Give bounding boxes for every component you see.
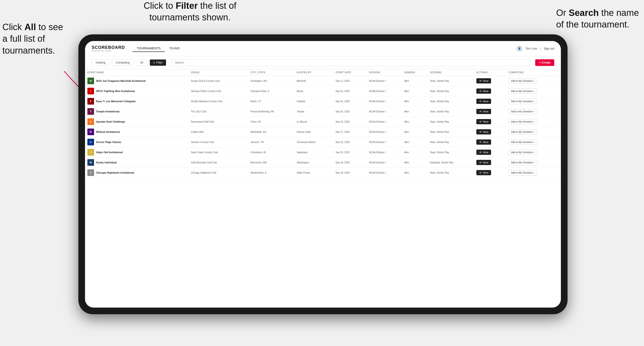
city-cell-5: Manhattan, KS (248, 127, 294, 137)
start-date-cell-6: Sep 18, 2023 (333, 137, 367, 147)
nav-tab-tournaments[interactable]: TOURNAMENTS (132, 45, 165, 52)
table-row: C Chicago Highlands Invitational Chicago… (85, 168, 561, 178)
table-row: U Upstate Dual Challenge Ravenwood Golf … (85, 117, 561, 127)
view-button-4[interactable]: 👁 View (476, 119, 491, 124)
start-date-cell-7: Sep 18, 2023 (333, 147, 367, 158)
col-event-name: EVENT NAME (85, 69, 188, 76)
event-name-cell-9: C Chicago Highlands Invitational (85, 168, 188, 178)
add-schedule-button-0[interactable]: Add to My Schedule + (509, 78, 537, 84)
hosted-by-cell-9: Wake Forest (294, 168, 333, 178)
hosted-by-cell-3: Temple (294, 107, 333, 117)
competing-cell-7: Add to My Schedule + (506, 147, 561, 158)
actions-cell-8: 👁 View (474, 158, 506, 168)
view-button-0[interactable]: 👁 View (476, 78, 491, 83)
scoring-cell-5: Team, Stroke Play (428, 127, 474, 137)
view-button-1[interactable]: 👁 View (476, 88, 491, 94)
view-button-9[interactable]: 👁 View (476, 170, 491, 175)
table-row: V Valpo Fall Invitational Sand Creek Cou… (85, 147, 561, 158)
filter-button[interactable]: ≡ Filter (150, 59, 166, 66)
venue-cell-5: Colbert Hills (188, 127, 248, 137)
all-tab[interactable]: All (136, 59, 147, 66)
city-cell-9: Westchester, IL (248, 168, 294, 178)
event-name-cell-7: V Valpo Fall Invitational (85, 147, 188, 158)
filter-icon: ≡ (153, 61, 155, 64)
add-schedule-button-9[interactable]: Add to My Schedule + (509, 170, 537, 175)
user-avatar: 👤 (516, 45, 522, 52)
eye-icon-4: 👁 (479, 121, 482, 123)
event-name-4: Upstate Dual Challenge (96, 120, 125, 123)
view-button-8[interactable]: 👁 View (476, 160, 491, 165)
actions-cell-9: 👁 View (474, 168, 506, 178)
hosted-by-cell-8: Washington (294, 158, 333, 168)
gender-cell-1: Men (402, 86, 428, 96)
eye-icon-7: 👁 (479, 151, 482, 154)
event-name-cell-1: I OFCC Fighting Illini Invitational (85, 86, 188, 96)
gender-cell-3: Men (402, 107, 428, 117)
gender-cell-2: Men (402, 96, 428, 107)
table-row: G Grover Page Classic Jackson Country Cl… (85, 137, 561, 147)
table-row: I OFCC Fighting Illini Invitational Olym… (85, 86, 561, 96)
view-button-5[interactable]: 👁 View (476, 129, 491, 135)
event-name-cell-3: T Temple Invitational (85, 107, 188, 117)
team-logo-1: I (88, 88, 94, 94)
scoring-cell-3: Team, Stroke Play (428, 107, 474, 117)
hosting-tab[interactable]: Hosting (92, 59, 110, 66)
event-name-cell-6: G Grover Page Classic (85, 137, 188, 147)
col-city-state: CITY, STATE (248, 69, 294, 76)
col-start-date: START DATE (333, 69, 367, 76)
city-cell-7: Chesterton, IN (248, 147, 294, 158)
add-schedule-button-4[interactable]: Add to My Schedule + (509, 119, 537, 125)
hosted-by-cell-0: Marshall (294, 76, 333, 86)
annotation-right: Or Search the name of the tournament. (556, 7, 642, 31)
team-logo-4: U (88, 118, 94, 125)
view-button-2[interactable]: 👁 View (476, 99, 491, 104)
toolbar: Hosting Competing All ≡ Filter + Create (85, 56, 561, 69)
table-container[interactable]: EVENT NAME VENUE CITY, STATE HOSTED BY S… (85, 69, 561, 308)
competing-cell-8: Add to My Schedule + (506, 158, 561, 168)
add-schedule-button-7[interactable]: Add to My Schedule + (509, 150, 537, 155)
add-schedule-button-5[interactable]: Add to My Schedule + (509, 129, 537, 135)
filter-label: Filter (156, 61, 163, 64)
team-logo-6: G (88, 139, 94, 145)
event-name-0: 2023 Joe Feaganes Marshall Invitational (96, 79, 146, 82)
division-cell-8: NCAA Division I (367, 158, 402, 168)
competing-cell-4: Add to My Schedule + (506, 117, 561, 127)
signout-link[interactable]: Sign out (544, 47, 554, 50)
hosted-by-cell-5: Kansas State (294, 127, 333, 137)
search-box (172, 59, 530, 66)
event-name-2: Ryan T. Lee Memorial Collegiate (96, 100, 136, 103)
eye-icon-5: 👁 (479, 131, 482, 133)
add-schedule-button-8[interactable]: Add to My Schedule + (509, 160, 537, 165)
division-cell-2: NCAA Division I (367, 96, 402, 107)
add-schedule-button-1[interactable]: Add to My Schedule + (509, 88, 537, 94)
add-schedule-button-2[interactable]: Add to My Schedule + (509, 99, 537, 104)
competing-cell-5: Add to My Schedule + (506, 127, 561, 137)
nav-tab-teams[interactable]: TEAMS (165, 45, 184, 52)
venue-cell-7: Sand Creek Country Club (188, 147, 248, 158)
col-competing: COMPETING (506, 69, 561, 76)
competing-tab[interactable]: Competing (112, 59, 134, 66)
team-logo-2: F (88, 98, 94, 105)
division-cell-1: NCAA Division I (367, 86, 402, 96)
event-name-6: Grover Page Classic (96, 141, 121, 144)
view-button-7[interactable]: 👁 View (476, 150, 491, 155)
col-scoring: SCORING (428, 69, 474, 76)
create-button[interactable]: + Create (535, 59, 554, 66)
view-button-6[interactable]: 👁 View (476, 140, 491, 145)
start-date-cell-4: Sep 16, 2023 (333, 117, 367, 127)
scoring-cell-2: Team, Stroke Play (428, 96, 474, 107)
division-cell-4: NCAA Division I (367, 117, 402, 127)
add-schedule-button-3[interactable]: Add to My Schedule + (509, 109, 537, 114)
col-actions: ACTIONS (474, 69, 506, 76)
team-logo-3: T (88, 108, 94, 115)
search-input[interactable] (172, 59, 530, 66)
team-logo-0: M (88, 78, 94, 84)
event-name-7: Valpo Fall Invitational (96, 151, 122, 154)
view-button-3[interactable]: 👁 View (476, 109, 491, 114)
actions-cell-2: 👁 View (474, 96, 506, 107)
gender-cell-6: Men (402, 137, 428, 147)
eye-icon-0: 👁 (479, 80, 482, 82)
nav-tabs: TOURNAMENTS TEAMS (132, 45, 184, 52)
add-schedule-button-6[interactable]: Add to My Schedule + (509, 140, 537, 145)
event-name-cell-0: M 2023 Joe Feaganes Marshall Invitationa… (85, 76, 188, 86)
